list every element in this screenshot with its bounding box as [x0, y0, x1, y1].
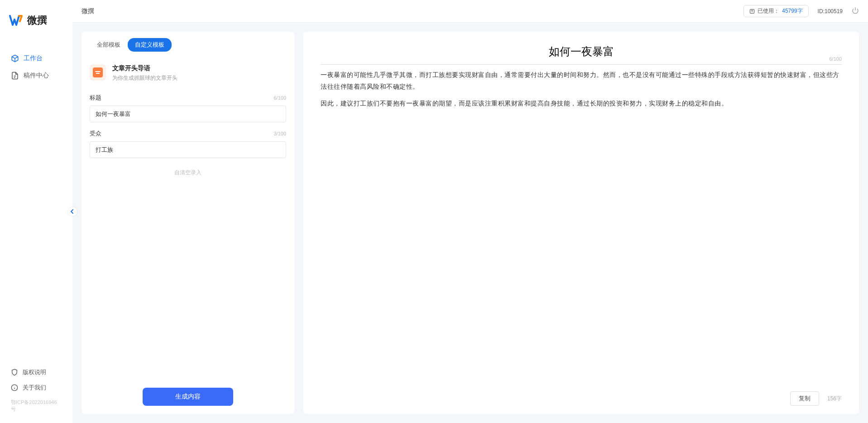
main: 微撰 已使用： 45799字 ID:100519 全部模板 自定义模板 — [72, 0, 868, 423]
clear-button[interactable]: 自清空录入 — [90, 165, 286, 180]
tab-custom-templates[interactable]: 自定义模板 — [128, 38, 172, 52]
preview-title-count: 6/100 — [829, 56, 842, 62]
editor-panel: 全部模板 自定义模板 文章开头导语 为你生成抓眼球的文章开头 标题 6/100 — [82, 32, 294, 414]
usage-label: 已使用： — [758, 7, 779, 15]
footer-label: 版权说明 — [23, 368, 46, 376]
footer-about[interactable]: 关于我们 — [0, 380, 72, 395]
word-count: 156字 — [827, 395, 842, 403]
form: 标题 6/100 受众 3/100 自清空录入 — [82, 88, 294, 186]
logo: 微撰 — [0, 0, 72, 41]
field-counter: 6/100 — [273, 95, 286, 101]
topbar-right: 已使用： 45799字 ID:100519 — [743, 5, 859, 17]
topbar: 微撰 已使用： 45799字 ID:100519 — [72, 0, 868, 23]
usage-badge[interactable]: 已使用： 45799字 — [743, 5, 808, 17]
template-card: 文章开头导语 为你生成抓眼球的文章开头 — [82, 58, 294, 88]
audience-input[interactable] — [90, 141, 286, 158]
app-name: 微撰 — [27, 14, 47, 27]
nav-workspace[interactable]: 工作台 — [0, 50, 72, 67]
preview-paragraph: 因此，建议打工族们不要抱有一夜暴富的期望，而是应该注重积累财富和提高自身技能，通… — [321, 98, 842, 110]
sidebar-footer: 版权说明 关于我们 鄂ICP备2022016946号 — [0, 365, 72, 423]
generate-bar: 生成内容 — [82, 380, 294, 414]
copy-button[interactable]: 复制 — [790, 391, 819, 406]
generate-button[interactable]: 生成内容 — [143, 388, 233, 406]
icp-number: 鄂ICP备2022016946号 — [0, 395, 72, 416]
sidebar-collapse-toggle[interactable] — [68, 207, 77, 216]
nav-drafts[interactable]: 稿件中心 — [0, 67, 72, 84]
field-label: 标题 — [90, 94, 101, 102]
template-tabs: 全部模板 自定义模板 — [82, 32, 294, 58]
file-icon — [11, 72, 19, 80]
preview-body: 一夜暴富的可能性几乎微乎其微，而打工族想要实现财富自由，通常需要付出大量的时间和… — [303, 69, 859, 386]
content-area: 全部模板 自定义模板 文章开头导语 为你生成抓眼球的文章开头 标题 6/100 — [72, 23, 868, 423]
field-audience: 受众 3/100 — [90, 130, 286, 158]
preview-paragraph: 一夜暴富的可能性几乎微乎其微，而打工族想要实现财富自由，通常需要付出大量的时间和… — [321, 69, 842, 92]
field-title: 标题 6/100 — [90, 94, 286, 122]
footer-copyright[interactable]: 版权说明 — [0, 365, 72, 380]
shield-icon — [11, 369, 18, 376]
logout-button[interactable] — [852, 7, 859, 16]
template-desc: 为你生成抓眼球的文章开头 — [112, 74, 286, 82]
nav-label: 工作台 — [24, 54, 43, 62]
nav-label: 稿件中心 — [24, 72, 49, 80]
logo-icon — [9, 15, 23, 26]
chevron-left-icon — [70, 209, 75, 214]
footer-label: 关于我们 — [23, 384, 46, 392]
power-icon — [852, 7, 859, 14]
sidebar: 微撰 工作台 稿件中心 版权说明 关于我们 鄂ICP备2022016946号 — [0, 0, 72, 423]
text-icon — [749, 9, 755, 14]
nav: 工作台 稿件中心 — [0, 41, 72, 365]
info-icon — [11, 384, 18, 391]
page-title: 微撰 — [82, 7, 94, 15]
field-label: 受众 — [90, 130, 101, 138]
tab-all-templates[interactable]: 全部模板 — [90, 38, 128, 52]
field-counter: 3/100 — [273, 131, 286, 136]
cube-icon — [11, 54, 19, 62]
user-id: ID:100519 — [818, 8, 843, 14]
preview-title: 如何一夜暴富 — [321, 44, 842, 59]
preview-footer: 复制 156字 — [303, 386, 859, 414]
preview-panel: 如何一夜暴富 6/100 一夜暴富的可能性几乎微乎其微，而打工族想要实现财富自由… — [303, 32, 859, 414]
template-icon — [90, 64, 106, 81]
template-title: 文章开头导语 — [112, 64, 286, 72]
usage-value: 45799字 — [782, 7, 802, 15]
title-input[interactable] — [90, 106, 286, 122]
divider — [321, 64, 842, 65]
preview-header: 如何一夜暴富 6/100 — [303, 32, 859, 62]
